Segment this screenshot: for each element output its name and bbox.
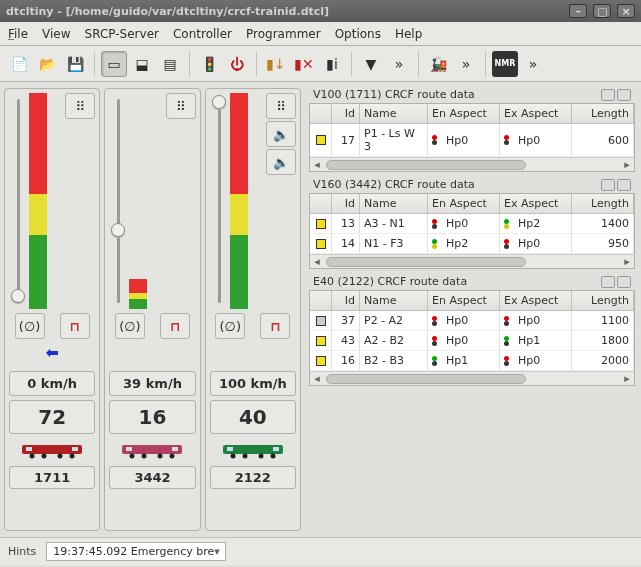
col-name[interactable]: Name <box>360 104 428 123</box>
scroll-left-icon[interactable]: ◂ <box>310 372 324 385</box>
menu-srcp[interactable]: SRCP-Server <box>85 27 159 41</box>
col-length[interactable]: Length <box>572 194 634 213</box>
table-header: Id Name En Aspect Ex Aspect Length <box>310 194 634 214</box>
scroll-right-icon[interactable]: ▸ <box>620 158 634 171</box>
svg-point-3 <box>58 454 63 459</box>
table-row[interactable]: 17 P1 - Ls W 3 Hp0 Hp0 600 <box>310 124 634 157</box>
col-name[interactable]: Name <box>360 194 428 213</box>
route-group-header: E40 (2122) CRCF route data <box>309 273 635 290</box>
scroll-left-icon[interactable]: ◂ <box>310 158 324 171</box>
more-1-icon[interactable]: » <box>386 51 412 77</box>
detach-icon[interactable] <box>601 89 615 101</box>
dice-button[interactable]: ⠿ <box>266 93 296 119</box>
direction-left-icon[interactable]: ⬅ <box>45 343 58 367</box>
brake-button[interactable]: (∅) <box>115 313 145 339</box>
col-status[interactable] <box>310 104 332 123</box>
scroll-right-icon[interactable]: ▸ <box>620 255 634 268</box>
menu-options[interactable]: Options <box>335 27 381 41</box>
nmr-icon[interactable]: NMR <box>492 51 518 77</box>
close-group-icon[interactable] <box>617 179 631 191</box>
slider-thumb[interactable] <box>212 95 226 109</box>
cell-en-aspect: Hp1 <box>428 351 500 370</box>
pantograph-button[interactable] <box>260 313 290 339</box>
detach-icon[interactable] <box>601 179 615 191</box>
view-mode-3-icon[interactable]: ▤ <box>157 51 183 77</box>
speed-slider[interactable] <box>210 93 264 309</box>
more-3-icon[interactable]: » <box>520 51 546 77</box>
signal-tool-icon[interactable]: 🚦 <box>196 51 222 77</box>
dice-button[interactable]: ⠿ <box>65 93 95 119</box>
close-button[interactable]: × <box>617 4 635 18</box>
scroll-left-icon[interactable]: ◂ <box>310 255 324 268</box>
close-group-icon[interactable] <box>617 276 631 288</box>
route-group-header: V100 (1711) CRCF route data <box>309 86 635 103</box>
open-file-icon[interactable]: 📂 <box>34 51 60 77</box>
brake-button[interactable]: (∅) <box>215 313 245 339</box>
pantograph-button[interactable] <box>60 313 90 339</box>
svg-point-11 <box>170 454 175 459</box>
menu-help[interactable]: Help <box>395 27 422 41</box>
table-row[interactable]: 16 B2 - B3 Hp1 Hp0 2000 <box>310 351 634 371</box>
col-status[interactable] <box>310 291 332 310</box>
table-row[interactable]: 43 A2 - B2 Hp0 Hp1 1800 <box>310 331 634 351</box>
more-2-icon[interactable]: » <box>453 51 479 77</box>
close-group-icon[interactable] <box>617 89 631 101</box>
slider-thumb[interactable] <box>111 223 125 237</box>
col-length[interactable]: Length <box>572 291 634 310</box>
save-file-icon[interactable]: 💾 <box>62 51 88 77</box>
scrollbar-thumb[interactable] <box>326 374 526 384</box>
loco-panel: ⠿ (∅) ⬅ 0 km/h 72 1711 <box>4 88 100 531</box>
col-add-icon[interactable]: ▮↓ <box>263 51 289 77</box>
col-id[interactable]: Id <box>332 194 360 213</box>
route-group-title: V100 (1711) CRCF route data <box>313 88 599 101</box>
col-status[interactable] <box>310 194 332 213</box>
table-row[interactable]: 13 A3 - N1 Hp0 Hp2 1400 <box>310 214 634 234</box>
log-dropdown[interactable]: 19:37:45.092 Emergency bre ▾ <box>46 542 226 561</box>
col-ex-aspect[interactable]: Ex Aspect <box>500 291 572 310</box>
col-length[interactable]: Length <box>572 104 634 123</box>
col-del-icon[interactable]: ▮✕ <box>291 51 317 77</box>
speaker-button[interactable]: 🔈 <box>266 121 296 147</box>
col-en-aspect[interactable]: En Aspect <box>428 104 500 123</box>
horizontal-scrollbar[interactable]: ◂ ▸ <box>310 254 634 268</box>
table-row[interactable]: 14 N1 - F3 Hp2 Hp0 950 <box>310 234 634 254</box>
cell-en-aspect: Hp0 <box>428 331 500 350</box>
slider-thumb[interactable] <box>11 289 25 303</box>
dice-button[interactable]: ⠿ <box>166 93 196 119</box>
cell-name: A2 - B2 <box>360 331 428 350</box>
col-ex-aspect[interactable]: Ex Aspect <box>500 104 572 123</box>
menu-file[interactable]: File <box>8 27 28 41</box>
new-file-icon[interactable]: 📄 <box>6 51 32 77</box>
scroll-right-icon[interactable]: ▸ <box>620 372 634 385</box>
speaker-button[interactable]: 🔈 <box>266 149 296 175</box>
table-row[interactable]: 37 P2 - A2 Hp0 Hp0 1100 <box>310 311 634 331</box>
brake-button[interactable]: (∅) <box>15 313 45 339</box>
power-off-icon[interactable]: ⏻ <box>224 51 250 77</box>
view-mode-1-icon[interactable]: ▭ <box>101 51 127 77</box>
route-group-header: V160 (3442) CRCF route data <box>309 176 635 193</box>
horizontal-scrollbar[interactable]: ◂ ▸ <box>310 371 634 385</box>
col-en-aspect[interactable]: En Aspect <box>428 194 500 213</box>
menu-view[interactable]: View <box>42 27 70 41</box>
scrollbar-thumb[interactable] <box>326 257 526 267</box>
horizontal-scrollbar[interactable]: ◂ ▸ <box>310 157 634 171</box>
col-info-icon[interactable]: ▮i <box>319 51 345 77</box>
menu-programmer[interactable]: Programmer <box>246 27 321 41</box>
scrollbar-thumb[interactable] <box>326 160 526 170</box>
train-icon[interactable]: 🚂 <box>425 51 451 77</box>
maximize-button[interactable]: ▢ <box>593 4 611 18</box>
detach-icon[interactable] <box>601 276 615 288</box>
view-mode-2-icon[interactable]: ⬓ <box>129 51 155 77</box>
flag-icon[interactable]: ▼ <box>358 51 384 77</box>
menu-controller[interactable]: Controller <box>173 27 232 41</box>
speed-slider[interactable] <box>109 93 163 309</box>
cell-ex-aspect: Hp1 <box>500 331 572 350</box>
minimize-button[interactable]: – <box>569 4 587 18</box>
col-name[interactable]: Name <box>360 291 428 310</box>
speed-slider[interactable] <box>9 93 63 309</box>
pantograph-button[interactable] <box>160 313 190 339</box>
col-id[interactable]: Id <box>332 104 360 123</box>
col-en-aspect[interactable]: En Aspect <box>428 291 500 310</box>
col-ex-aspect[interactable]: Ex Aspect <box>500 194 572 213</box>
col-id[interactable]: Id <box>332 291 360 310</box>
